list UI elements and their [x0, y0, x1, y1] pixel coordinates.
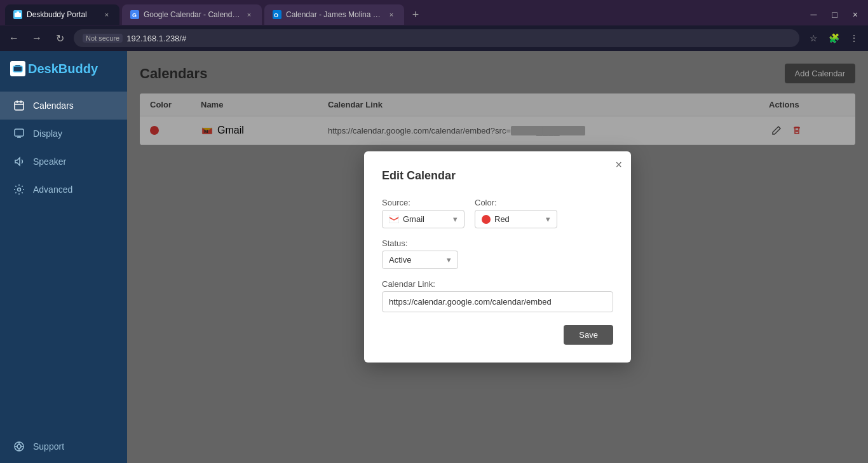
bookmark-button[interactable]: ☆: [804, 29, 822, 47]
modal-footer: Save: [382, 325, 613, 345]
modal-title: Edit Calendar: [382, 169, 613, 183]
address-text: 192.168.1.238/#: [126, 34, 186, 43]
sidebar-item-display[interactable]: Display: [0, 120, 127, 148]
source-value: Gmail: [403, 214, 424, 224]
address-bar[interactable]: Not secure 192.168.1.238/#: [74, 29, 799, 47]
logo-area: DeskBuddy: [0, 51, 127, 86]
tab-gcal-title: Google Calendar - Calendar se...: [144, 10, 240, 19]
tab-deskbuddy[interactable]: Deskbuddy Portal ×: [5, 4, 119, 25]
sidebar-item-advanced[interactable]: Advanced: [0, 176, 127, 204]
sidebar-item-speaker-label: Speaker: [33, 156, 66, 167]
status-value: Active: [389, 255, 411, 265]
color-select[interactable]: Red ▾: [475, 210, 557, 228]
source-color-row: Source: Gmail ▾ Color:: [382, 198, 613, 228]
color-label: Color:: [475, 198, 557, 207]
nav-items: Calendars Display Speaker Advanced: [0, 86, 127, 430]
status-label: Status:: [382, 238, 458, 248]
reload-button[interactable]: ↻: [51, 29, 69, 47]
forward-button[interactable]: →: [28, 29, 46, 47]
sidebar-item-advanced-label: Advanced: [33, 184, 72, 195]
window-controls: ─ □ ×: [805, 8, 863, 21]
menu-button[interactable]: ⋮: [845, 29, 863, 47]
calendar-link-input[interactable]: [382, 291, 613, 312]
svg-rect-14: [15, 129, 24, 136]
logo: DeskBuddy: [10, 61, 117, 76]
status-select[interactable]: Active ▾: [382, 251, 458, 269]
calendar-link-form-group: Calendar Link:: [382, 279, 613, 312]
svg-point-17: [18, 188, 21, 191]
tab-outlook-title: Calendar - James Molina - Outl...: [286, 10, 383, 19]
browser-action-buttons: ☆ 🧩 ⋮: [804, 29, 863, 47]
app-container: DeskBuddy Calendars Display: [0, 51, 868, 463]
logo-text: DeskBuddy: [28, 62, 98, 76]
color-select-dot: [482, 215, 491, 224]
source-select[interactable]: Gmail ▾: [382, 210, 465, 228]
svg-rect-28: [389, 216, 399, 223]
svg-rect-2: [17, 11, 19, 13]
svg-text:O: O: [274, 12, 278, 18]
minimize-button[interactable]: ─: [805, 8, 822, 21]
modal-overlay: Edit Calendar × Source: Gmail ▾: [127, 51, 868, 463]
not-secure-badge: Not secure: [83, 34, 123, 43]
gmail-select-icon: [389, 216, 399, 223]
status-arrow-icon: ▾: [447, 255, 451, 265]
gcal-favicon: G: [130, 10, 140, 20]
maximize-button[interactable]: □: [827, 8, 842, 21]
support-icon: [13, 440, 25, 453]
color-form-group: Color: Red ▾: [475, 198, 557, 228]
outlook-favicon: O: [272, 10, 282, 20]
svg-point-19: [17, 445, 21, 448]
save-button[interactable]: Save: [564, 325, 613, 345]
logo-icon: [10, 61, 25, 76]
new-tab-button[interactable]: +: [407, 6, 424, 24]
source-form-group: Source: Gmail ▾: [382, 198, 465, 228]
source-label: Source:: [382, 198, 465, 207]
extensions-button[interactable]: 🧩: [825, 29, 843, 47]
calendar-link-label: Calendar Link:: [382, 279, 613, 289]
tab-bar: Deskbuddy Portal × G Google Calendar - C…: [0, 0, 868, 25]
sidebar-item-speaker[interactable]: Speaker: [0, 148, 127, 176]
status-form-group: Status: Active ▾: [382, 238, 458, 269]
browser-chrome: Deskbuddy Portal × G Google Calendar - C…: [0, 0, 868, 51]
close-window-button[interactable]: ×: [848, 8, 863, 21]
speaker-icon: [13, 155, 25, 168]
sidebar: DeskBuddy Calendars Display: [0, 51, 127, 463]
back-button[interactable]: ←: [5, 29, 23, 47]
source-arrow-icon: ▾: [453, 214, 458, 224]
support-label: Support: [33, 441, 64, 452]
tab-deskbuddy-close[interactable]: ×: [102, 10, 112, 20]
svg-rect-10: [15, 102, 24, 110]
display-icon: [13, 127, 25, 140]
sidebar-item-calendars-label: Calendars: [33, 100, 74, 111]
tab-gcal-close[interactable]: ×: [244, 10, 254, 20]
status-row: Status: Active ▾: [382, 238, 613, 269]
address-bar-row: ← → ↻ Not secure 192.168.1.238/# ☆ 🧩 ⋮: [0, 25, 868, 51]
svg-text:G: G: [132, 12, 137, 18]
svg-rect-1: [15, 13, 21, 17]
sidebar-item-support[interactable]: Support: [0, 430, 127, 463]
tab-outlook-close[interactable]: ×: [386, 10, 397, 20]
sidebar-item-calendars[interactable]: Calendars: [0, 92, 127, 120]
modal-close-button[interactable]: ×: [615, 159, 622, 170]
color-value: Red: [494, 214, 510, 224]
tab-deskbuddy-title: Deskbuddy Portal: [27, 10, 98, 19]
tab-outlook[interactable]: O Calendar - James Molina - Outl... ×: [264, 4, 404, 25]
calendar-icon: [13, 99, 25, 112]
deskbuddy-favicon: [13, 10, 23, 20]
sidebar-item-display-label: Display: [33, 128, 62, 139]
color-arrow-icon: ▾: [546, 214, 550, 224]
gear-icon: [13, 183, 25, 196]
main-content: Calendars Add Calendar Color Name Calend…: [127, 51, 868, 463]
tab-gcal[interactable]: G Google Calendar - Calendar se... ×: [122, 4, 262, 25]
edit-calendar-modal: Edit Calendar × Source: Gmail ▾: [364, 151, 631, 363]
